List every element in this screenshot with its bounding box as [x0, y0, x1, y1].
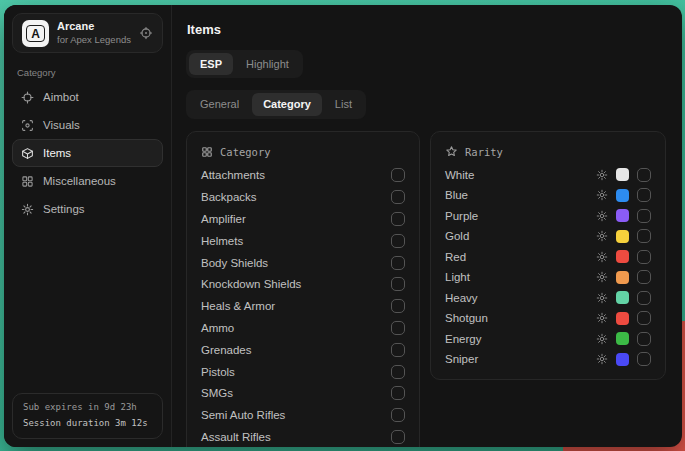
checkbox[interactable] — [637, 311, 651, 325]
main-content: Items ESP Highlight General Category Lis… — [172, 5, 682, 447]
gear-icon[interactable] — [596, 251, 608, 263]
sidebar-item-items[interactable]: Items — [12, 139, 163, 167]
session-duration-text: Session duration 3m 12s — [23, 416, 152, 431]
checkbox[interactable] — [391, 430, 405, 444]
color-swatch[interactable] — [616, 312, 629, 325]
checkbox[interactable] — [391, 256, 405, 270]
category-label: Knockdown Shields — [201, 278, 301, 290]
highlight-toggle-button[interactable]: Highlight — [235, 53, 300, 75]
category-row: Attachments — [201, 165, 405, 187]
checkbox[interactable] — [391, 365, 405, 379]
gear-icon[interactable] — [596, 353, 608, 365]
sidebar: A Arcane for Apex Legends Category Aimbo… — [4, 5, 172, 447]
rarity-label: White — [445, 169, 596, 181]
rarity-row: White — [445, 165, 651, 186]
category-row: Pistols — [201, 361, 405, 383]
color-swatch[interactable] — [616, 250, 629, 263]
checkbox[interactable] — [637, 332, 651, 346]
checkbox[interactable] — [391, 212, 405, 226]
app-logo: A — [22, 20, 49, 47]
sidebar-item-miscellaneous[interactable]: Miscellaneous — [12, 167, 163, 195]
rarity-row: Red — [445, 247, 651, 268]
checkbox[interactable] — [391, 190, 405, 204]
gear-icon[interactable] — [596, 333, 608, 345]
checkbox[interactable] — [391, 386, 405, 400]
sidebar-item-label: Aimbot — [43, 91, 79, 103]
category-label: Heals & Armor — [201, 300, 275, 312]
checkbox[interactable] — [391, 321, 405, 335]
gear-icon[interactable] — [596, 312, 608, 324]
checkbox[interactable] — [637, 188, 651, 202]
gear-icon[interactable] — [596, 189, 608, 201]
category-label: Ammo — [201, 322, 234, 334]
category-row: Grenades — [201, 339, 405, 361]
tab-category[interactable]: Category — [252, 93, 322, 115]
category-row: Body Shields — [201, 252, 405, 274]
rarity-label: Shotgun — [445, 312, 596, 324]
page-title: Items — [187, 22, 668, 37]
category-label: Pistols — [201, 366, 235, 378]
tabs-row: General Category List — [186, 90, 668, 118]
checkbox[interactable] — [391, 299, 405, 313]
color-swatch[interactable] — [616, 230, 629, 243]
category-label: Assault Rifles — [201, 431, 271, 443]
crosshair-icon — [21, 91, 34, 104]
gear-icon[interactable] — [596, 292, 608, 304]
tab-general[interactable]: General — [189, 93, 250, 115]
checkbox[interactable] — [391, 168, 405, 182]
checkbox[interactable] — [637, 209, 651, 223]
category-row: Assault Rifles — [201, 426, 405, 447]
category-label: Body Shields — [201, 257, 268, 269]
color-swatch[interactable] — [616, 168, 629, 181]
category-row: Backpacks — [201, 186, 405, 208]
category-row: SMGs — [201, 383, 405, 405]
gear-icon[interactable] — [596, 271, 608, 283]
app-logo-letter: A — [26, 25, 45, 42]
checkbox[interactable] — [637, 229, 651, 243]
rarity-row: Blue — [445, 185, 651, 206]
app-window: A Arcane for Apex Legends Category Aimbo… — [4, 5, 682, 447]
checkbox[interactable] — [637, 168, 651, 182]
checkbox[interactable] — [391, 408, 405, 422]
category-label: Grenades — [201, 344, 252, 356]
checkbox[interactable] — [637, 352, 651, 366]
rarity-row: Gold — [445, 226, 651, 247]
checkbox[interactable] — [637, 270, 651, 284]
color-swatch[interactable] — [616, 209, 629, 222]
panels-row: Category Attachments Backpacks Amplifier… — [186, 131, 668, 447]
category-row: Ammo — [201, 317, 405, 339]
gear-icon[interactable] — [596, 210, 608, 222]
tab-list[interactable]: List — [324, 93, 363, 115]
rarity-label: Red — [445, 251, 596, 263]
sidebar-item-label: Visuals — [43, 119, 80, 131]
color-swatch[interactable] — [616, 291, 629, 304]
category-row: Amplifier — [201, 208, 405, 230]
sidebar-item-label: Miscellaneous — [43, 175, 116, 187]
checkbox[interactable] — [391, 277, 405, 291]
target-icon[interactable] — [139, 26, 153, 40]
color-swatch[interactable] — [616, 189, 629, 202]
sidebar-item-visuals[interactable]: Visuals — [12, 111, 163, 139]
scan-eye-icon — [21, 119, 34, 132]
checkbox[interactable] — [391, 234, 405, 248]
esp-toggle-button[interactable]: ESP — [189, 53, 233, 75]
sidebar-item-aimbot[interactable]: Aimbot — [12, 83, 163, 111]
gear-icon[interactable] — [596, 169, 608, 181]
color-swatch[interactable] — [616, 332, 629, 345]
esp-highlight-toggle: ESP Highlight — [186, 50, 303, 78]
sub-expiry-text: Sub expires in 9d 23h — [23, 400, 152, 415]
checkbox[interactable] — [391, 343, 405, 357]
checkbox[interactable] — [637, 291, 651, 305]
grid-icon — [21, 175, 34, 188]
color-swatch[interactable] — [616, 353, 629, 366]
color-swatch[interactable] — [616, 271, 629, 284]
grid-icon — [201, 146, 213, 158]
gear-icon[interactable] — [596, 230, 608, 242]
checkbox[interactable] — [637, 250, 651, 264]
items-tabs: General Category List — [186, 90, 366, 118]
app-header: A Arcane for Apex Legends — [12, 13, 163, 53]
category-label: Semi Auto Rifles — [201, 409, 285, 421]
sidebar-item-settings[interactable]: Settings — [12, 195, 163, 223]
rarity-label: Blue — [445, 189, 596, 201]
rarity-panel-title: Rarity — [465, 146, 503, 158]
